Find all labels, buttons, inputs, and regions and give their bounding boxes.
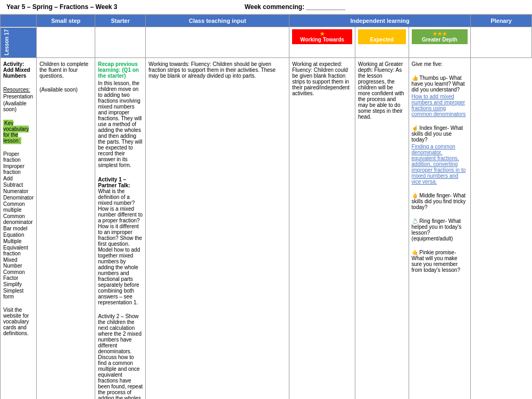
starter-cell: Children to complete the fluent in four … xyxy=(37,57,95,399)
vocab-item: Add xyxy=(3,176,34,181)
plenary-header: Plenary xyxy=(471,15,532,27)
starter-header: Starter xyxy=(95,15,146,27)
week-commencing: Week commencing: ___________ xyxy=(245,3,345,11)
vocab-item: Common Factor xyxy=(3,269,34,281)
activity1: Activity 1 – Partner Talk: What is the d… xyxy=(98,177,143,305)
greater-stars: ★★★ xyxy=(433,31,447,37)
index-label: Index finger- What skills did you use to… xyxy=(412,125,463,143)
vocab-item: Denominator xyxy=(3,195,34,201)
working-towards-cell: Working towards: Fluency: Children shoul… xyxy=(146,57,289,399)
vocab-item: Equation xyxy=(3,232,34,238)
vocab-item: Improper fraction xyxy=(3,163,34,175)
working-header-text: Working Towards xyxy=(300,37,344,43)
lesson-title: Year 5 – Spring – Fractions – Week 3 xyxy=(6,3,118,11)
visit-text: Visit the website for vocabulary cards a… xyxy=(3,307,34,336)
vocab-item: Mixed Number xyxy=(3,257,34,269)
working-towards-header: ★ Working Towards xyxy=(289,27,355,58)
expected-text: Working at expected: Fluency: Children c… xyxy=(292,61,352,96)
thumb-label: Thumbs up- What have you learnt? What di… xyxy=(412,75,465,93)
plenary-pinkie: 🤙 Pinkie promise- What will you make sur… xyxy=(412,250,468,273)
pinkie-label: Pinkie promise- What will you make sure … xyxy=(412,250,460,273)
expected-header-text: Expected xyxy=(370,37,394,43)
vocab-item: Common multiple xyxy=(3,201,34,213)
working-stars: ★ xyxy=(320,31,325,37)
vocab-item: Equivalent fraction xyxy=(3,245,34,256)
working-text: Working towards: Fluency: Children shoul… xyxy=(148,61,286,79)
expected-stars: ★★ xyxy=(377,31,387,37)
activity2: Activity 2 – Show the children the next … xyxy=(98,313,143,399)
vocab-item: Simplest form xyxy=(3,288,34,300)
greater-depth-cell: Working at Greater depth: Fluency: As th… xyxy=(355,57,409,399)
thumb-link: How to add mixed numbers and improper fr… xyxy=(412,94,466,117)
index-link: Finding a common denominator, equivalent… xyxy=(412,144,466,185)
vocab-item: Subtract xyxy=(3,182,34,188)
plenary-cell: Give me five: 👍 Thumbs up- What have you… xyxy=(409,57,470,399)
plenary-middle: 🖕 Middle finger- What skills did you fin… xyxy=(412,193,468,210)
activity1-bold: Activity 1 – Partner Talk: xyxy=(98,177,130,188)
vocab-item: Multiple xyxy=(3,238,34,244)
teaching-intro: In this lesson, the children move on to … xyxy=(98,80,143,168)
top-bar: Year 5 – Spring – Fractions – Week 3 Wee… xyxy=(0,0,532,14)
greater-header-text: Greater Depth xyxy=(422,37,458,43)
starter-sub xyxy=(95,27,146,58)
resources-label: Resources: xyxy=(3,87,30,93)
plenary-index: ☝ Index finger- What skills did you use … xyxy=(412,125,468,143)
small-step-sub xyxy=(37,27,95,58)
greater-depth-header-cell: ★★★ Greater Depth xyxy=(409,27,470,58)
middle-label: Middle finger- What skills did you find … xyxy=(412,193,466,210)
activity1-text: What is the definition of a mixed number… xyxy=(98,188,143,305)
plenary-ring: 💍 Ring finger- What helped you in today'… xyxy=(412,218,468,242)
lesson-col-header xyxy=(1,15,37,27)
ring-label: Ring finger- What helped you in today's … xyxy=(412,218,462,242)
starter-text: Children to complete the fluent in four … xyxy=(39,61,92,79)
key-vocab-label: Key vocabulary for the lesson: xyxy=(3,120,29,144)
vocab-item: Common denominator xyxy=(3,213,34,225)
expected-header-cell: ★★ Expected xyxy=(355,27,409,58)
small-step-cell: Activity: Add Mixed Numbers Resources: P… xyxy=(1,57,37,399)
starter-available: (Available soon) xyxy=(39,87,92,93)
recap-label: Recap previous learning: (Q1 on the star… xyxy=(98,61,139,79)
vocab-list: Proper fraction Improper fraction Add Su… xyxy=(3,151,34,300)
resources-item: Presentation xyxy=(3,94,34,99)
vocab-item: Numerator xyxy=(3,188,34,194)
vocab-item: Simplify xyxy=(3,281,34,287)
vocab-item: Proper fraction xyxy=(3,151,34,163)
teaching-header: Class teaching input xyxy=(146,15,289,27)
teaching-sub xyxy=(146,27,289,58)
plenary-thumb: 👍 Thumbs up- What have you learnt? What … xyxy=(412,75,468,93)
plenary-sub xyxy=(471,27,532,58)
expected-cell: Working at expected: Fluency: Children c… xyxy=(289,57,355,399)
vocab-item: Bar model xyxy=(3,226,34,231)
teaching-cell: Recap previous learning: (Q1 on the star… xyxy=(95,57,146,399)
activity-title: Activity: Add Mixed Numbers xyxy=(3,61,30,79)
lesson-number-cell: Lesson 17 xyxy=(1,27,37,58)
available-soon: (Available soon) xyxy=(3,101,34,112)
plenary-intro: Give me five: xyxy=(412,61,468,67)
greater-text: Working at Greater depth: Fluency: As th… xyxy=(358,61,406,120)
small-step-header: Small step xyxy=(37,15,95,27)
independent-header: Independent learning xyxy=(289,15,471,27)
